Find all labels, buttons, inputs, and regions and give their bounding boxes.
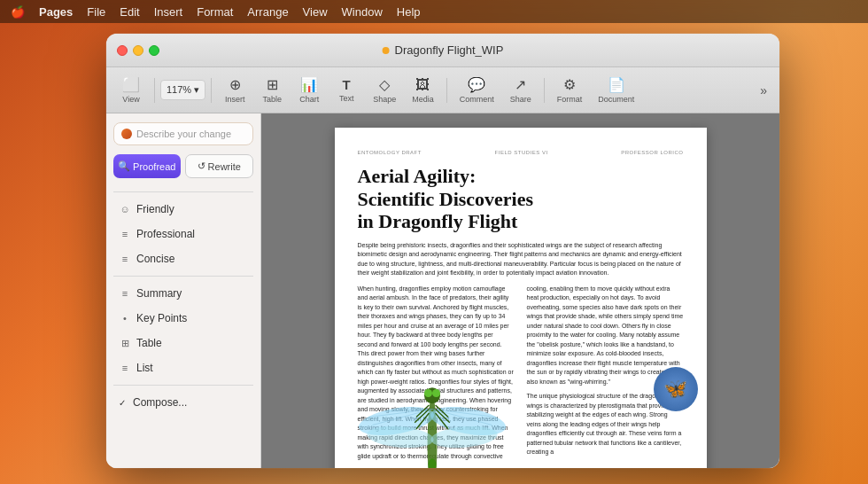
ai-icon	[121, 129, 132, 139]
menubar-insert[interactable]: Insert	[154, 5, 183, 19]
ai-menu-compose[interactable]: ✓ Compose...	[113, 392, 253, 413]
toolbar-shape-label: Shape	[373, 95, 396, 104]
rewrite-button[interactable]: ↺ Rewrite	[185, 154, 254, 178]
toolbar-shape[interactable]: ◇ Shape	[366, 73, 403, 107]
page-title: Aerial Agility:Scientific Discoveriesin …	[358, 165, 684, 232]
toolbar-view-label: View	[122, 95, 139, 104]
ai-menu-friendly[interactable]: ☺ Friendly	[113, 199, 253, 220]
toolbar-media[interactable]: 🖼 Media	[405, 74, 441, 107]
toolbar-text-label: Text	[339, 94, 354, 103]
apple-menu[interactable]: 🍎	[11, 5, 25, 19]
toolbar-share-label: Share	[510, 95, 531, 104]
menubar-view[interactable]: View	[303, 5, 328, 19]
menubar-file[interactable]: File	[87, 5, 105, 19]
toolbar-divider-3	[446, 78, 447, 103]
menubar-window[interactable]: Window	[342, 5, 383, 19]
shape-icon: ◇	[379, 76, 390, 93]
toolbar-text[interactable]: T Text	[329, 74, 364, 106]
butterfly-icon: 🦋	[663, 376, 687, 403]
ai-sidebar: Describe your change 🔍 Proofread ↺ Rewri…	[106, 113, 261, 468]
toolbar-format[interactable]: ⚙ Format	[550, 73, 590, 107]
menubar-format[interactable]: Format	[197, 5, 233, 19]
table-label: Table	[136, 337, 162, 349]
toolbar-zoom[interactable]: 117% ▾	[160, 80, 205, 100]
table-menu-icon: ⊞	[119, 338, 131, 349]
concise-label: Concise	[136, 253, 174, 265]
toolbar-format-label: Format	[557, 95, 583, 104]
list-label: List	[136, 362, 153, 374]
proofread-label: Proofread	[133, 161, 175, 172]
toolbar-comment-label: Comment	[460, 95, 494, 104]
toolbar-more-button[interactable]: »	[755, 80, 772, 101]
rewrite-label: Rewrite	[208, 161, 241, 172]
toolbar-chart-label: Chart	[299, 95, 319, 104]
professional-label: Professional	[136, 228, 195, 240]
proofread-button[interactable]: 🔍 Proofread	[113, 154, 181, 178]
page-header: ENTOMOLOGY DRAFT FIELD STUDIES VI PROFES…	[358, 149, 684, 156]
table-icon: ⊞	[267, 76, 278, 93]
doc-area: ENTOMOLOGY DRAFT FIELD STUDIES VI PROFES…	[261, 113, 779, 468]
traffic-lights	[117, 45, 159, 56]
toolbar-table[interactable]: ⊞ Table	[254, 73, 290, 107]
header-center: FIELD STUDIES VI	[495, 149, 548, 156]
ai-menu-professional[interactable]: ≡ Professional	[113, 223, 253, 245]
unsaved-indicator	[383, 47, 390, 54]
toolbar-document-label: Document	[598, 95, 634, 104]
insert-icon: ⊕	[229, 76, 241, 93]
format-icon: ⚙	[563, 76, 576, 93]
ai-input-placeholder: Describe your change	[136, 129, 231, 139]
toolbar: ⬜ View 117% ▾ ⊕ Insert ⊞ Table 📊 Chart T…	[106, 67, 779, 113]
app-window: Dragonfly Flight_WIP ⬜ View 117% ▾ ⊕ Ins…	[106, 34, 779, 468]
svg-point-2	[424, 389, 432, 397]
ai-divider-2	[113, 276, 253, 277]
view-icon: ⬜	[122, 76, 140, 93]
menubar-help[interactable]: Help	[397, 5, 421, 19]
ai-menu-table[interactable]: ⊞ Table	[113, 332, 253, 354]
list-icon: ≡	[119, 363, 131, 373]
toolbar-table-label: Table	[262, 95, 282, 104]
document-page: ENTOMOLOGY DRAFT FIELD STUDIES VI PROFES…	[335, 128, 707, 468]
toolbar-divider-4	[544, 78, 545, 103]
close-button[interactable]	[117, 45, 128, 56]
share-icon: ↗	[515, 76, 526, 93]
menubar-edit[interactable]: Edit	[120, 5, 139, 19]
proofread-icon: 🔍	[118, 160, 130, 172]
menubar-arrange[interactable]: Arrange	[247, 5, 288, 19]
toolbar-view[interactable]: ⬜ View	[113, 73, 149, 107]
toolbar-insert[interactable]: ⊕ Insert	[217, 73, 252, 107]
ai-input-box[interactable]: Describe your change	[113, 122, 253, 145]
ai-menu-summary[interactable]: ≡ Summary	[113, 283, 253, 304]
summary-icon: ≡	[119, 288, 131, 299]
text-icon: T	[343, 77, 351, 92]
ai-menu-list[interactable]: ≡ List	[113, 357, 253, 379]
page-intro: Despite being prehistoric insects, drago…	[358, 241, 684, 277]
toolbar-chart[interactable]: 📊 Chart	[291, 73, 327, 107]
main-content: Describe your change 🔍 Proofread ↺ Rewri…	[106, 113, 779, 468]
doc-scroll[interactable]: ENTOMOLOGY DRAFT FIELD STUDIES VI PROFES…	[261, 113, 779, 468]
toolbar-media-label: Media	[412, 95, 434, 104]
ai-divider-3	[113, 385, 253, 386]
toolbar-divider-2	[211, 78, 212, 103]
title-bar: Dragonfly Flight_WIP	[106, 34, 779, 67]
toolbar-document[interactable]: 📄 Document	[591, 73, 641, 107]
ai-menu-key-points[interactable]: • Key Points	[113, 308, 253, 329]
rewrite-icon: ↺	[198, 160, 205, 172]
ai-menu-concise[interactable]: ≡ Concise	[113, 248, 253, 269]
header-right: PROFESSOR LORICO	[621, 149, 683, 156]
window-title: Dragonfly Flight_WIP	[395, 43, 504, 57]
friendly-label: Friendly	[136, 203, 174, 215]
toolbar-share[interactable]: ↗ Share	[503, 73, 539, 107]
media-icon: 🖼	[415, 77, 430, 93]
maximize-button[interactable]	[149, 45, 159, 56]
menubar-pages[interactable]: Pages	[39, 5, 73, 19]
ai-divider-1	[113, 191, 253, 192]
title-center: Dragonfly Flight_WIP	[383, 43, 504, 57]
friendly-icon: ☺	[119, 204, 131, 215]
svg-point-3	[432, 389, 440, 397]
toolbar-comment[interactable]: 💬 Comment	[453, 73, 501, 107]
svg-point-0	[427, 397, 437, 468]
header-left: ENTOMOLOGY DRAFT	[358, 149, 422, 156]
dragonfly-illustration	[353, 340, 512, 468]
minimize-button[interactable]	[133, 45, 143, 56]
ai-action-row: 🔍 Proofread ↺ Rewrite	[113, 154, 253, 178]
